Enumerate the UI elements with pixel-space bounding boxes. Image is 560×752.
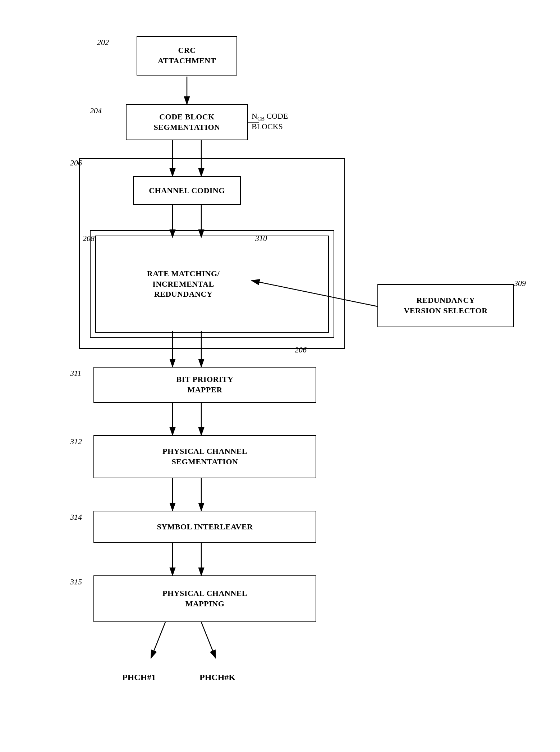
bit-priority-mapper-label: BIT PRIORITYMAPPER <box>176 374 233 395</box>
code-block-segmentation-block: CODE BLOCKSEGMENTATION <box>126 104 248 140</box>
redundancy-version-selector-block: REDUNDANCYVERSION SELECTOR <box>377 284 514 327</box>
ref-310: 310 <box>255 234 267 243</box>
ref-312: 312 <box>70 437 82 446</box>
physical-channel-mapping-label: PHYSICAL CHANNELMAPPING <box>162 588 247 609</box>
rate-matching-label: RATE MATCHING/INCREMENTALREDUNDANCY <box>147 269 220 300</box>
ref-311: 311 <box>70 369 81 378</box>
ref-315: 315 <box>70 577 82 587</box>
ref-208: 208 <box>83 234 95 243</box>
crc-attachment-label: CRCATTACHMENT <box>158 45 216 66</box>
redundancy-version-selector-label: REDUNDANCYVERSION SELECTOR <box>404 295 487 316</box>
channel-coding-label: CHANNEL CODING <box>149 186 225 196</box>
symbol-interleaver-block: SYMBOL INTERLEAVER <box>93 511 316 543</box>
ref-202: 202 <box>97 38 109 47</box>
channel-coding-block: CHANNEL CODING <box>133 176 241 205</box>
ref-206b: 206 <box>295 345 307 355</box>
ref-204: 204 <box>90 106 102 115</box>
ref-314: 314 <box>70 512 82 522</box>
phch1-label: PHCH#1 <box>122 673 156 682</box>
code-block-segmentation-label: CODE BLOCKSEGMENTATION <box>154 112 220 132</box>
crc-attachment-block: CRCATTACHMENT <box>137 36 237 76</box>
svg-line-16 <box>151 622 165 658</box>
symbol-interleaver-label: SYMBOL INTERLEAVER <box>157 522 253 532</box>
physical-channel-segmentation-block: PHYSICAL CHANNELSEGMENTATION <box>93 435 316 478</box>
ref-309: 309 <box>514 279 526 288</box>
physical-channel-mapping-block: PHYSICAL CHANNELMAPPING <box>93 575 316 622</box>
ncb-label: NCB CODEBLOCKS <box>252 111 288 131</box>
svg-line-17 <box>201 622 216 658</box>
rate-matching-block: RATE MATCHING/INCREMENTALREDUNDANCY <box>111 237 255 331</box>
physical-channel-segmentation-label: PHYSICAL CHANNELSEGMENTATION <box>162 446 247 467</box>
phchk-label: PHCH#K <box>199 673 235 682</box>
ref-206a: 206 <box>70 158 82 168</box>
bit-priority-mapper-block: BIT PRIORITYMAPPER <box>93 367 316 403</box>
